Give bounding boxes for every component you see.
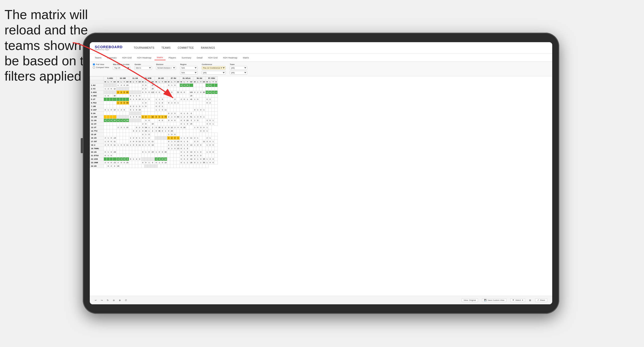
undo-button[interactable]: ↩ (95, 299, 97, 302)
region-select2[interactable]: N/A (180, 71, 198, 75)
region-label: Region (180, 63, 198, 66)
subnav-h2h-grid2[interactable]: H2H Grid (206, 55, 220, 60)
row-au: 1. AU (90, 84, 104, 87)
table-row: 6. FSU 14035 10 110 0101 02 (90, 101, 218, 105)
nav-committee[interactable]: COMMITTEE (174, 45, 198, 50)
watch-icon: 👁 (512, 299, 514, 301)
redo-button[interactable]: ↪ (101, 299, 103, 302)
save-custom-button[interactable]: 💾 Save Custom View (482, 298, 506, 302)
col-uu: 54. UU (193, 77, 206, 80)
max-teams-filter: Max teams in view Top 25 Top 10 Top 50 (113, 63, 130, 70)
sub-nav: Teams Summary H2H Grid H2H Heatmap Matri… (90, 54, 552, 62)
gender-select[interactable]: Men's Women's (134, 66, 152, 70)
table-row: 17. GIT 10011 10011 01011 01013 010 2011… (90, 140, 218, 143)
col-asu: 3. ASU (104, 77, 117, 80)
team-filter: Team (All) (All) (230, 63, 247, 75)
table-row: 15. UF 010 100 (90, 133, 218, 136)
table-row: 16. UO 210-14 1201 010 1201 11011 21 21 (90, 136, 218, 140)
subnav-players[interactable]: Players (166, 55, 179, 60)
table-row: 1. AU 12023 2027 010 010 10 (90, 84, 218, 87)
matrix-wrapper: 3. ASU 10. UW 11. UA 22. UCB 24. UO 27. … (90, 76, 552, 296)
col-subheader-empty (90, 80, 104, 84)
region-select[interactable]: N/A East West (180, 66, 198, 70)
bottom-toolbar: ↩ ↪ ↻ ⊖ ⊕ ⏱ View: Original 💾 Save Custom… (90, 296, 552, 304)
subnav-summary2[interactable]: Summary (179, 55, 194, 60)
logo-area: SCOREBOARD Powered by clippd (95, 45, 123, 50)
conference-filter: Conference Pac-12 Conference ▾ (All) (202, 63, 226, 75)
share-button[interactable]: ↗ Share (535, 298, 547, 302)
tablet-screen: SCOREBOARD Powered by clippd TOURNAMENTS… (90, 42, 552, 304)
table-row: 14. TTU 021030 12038 01029 301 (90, 129, 218, 133)
watch-label: Watch (515, 299, 521, 301)
table-row: 2. VU 12012 2025 (90, 87, 218, 91)
nav-tournaments[interactable]: TOURNAMENTS (130, 45, 158, 50)
refresh-button[interactable]: ↻ (107, 299, 109, 302)
table-row: 22. UCB 1303 0140 14012 03044 01035 140 (90, 157, 218, 161)
gender-label: Gender (134, 63, 152, 66)
table-row: 3. ASU 04080 050120 2048 6052 60160 0208… (90, 91, 218, 94)
table-row: 21. ETSU 010 01014 010 (90, 154, 218, 157)
team-select[interactable]: (All) (230, 66, 247, 70)
table-row: 10. UW 13011 3032 04173 21060 12051 1451 (90, 115, 218, 119)
conference-select2[interactable]: (All) (202, 71, 226, 75)
team-select2[interactable]: (All) (230, 71, 247, 75)
subnav-teams[interactable]: Teams (92, 55, 104, 60)
zoom-out-button[interactable]: ⊖ (113, 299, 115, 302)
view-toggle: Full View Compact View (93, 63, 109, 69)
view-original-label: View: Original (464, 299, 476, 301)
table-row: 7. UM 0210 10 021 (90, 105, 218, 108)
table-row: 12. UV 2015 01015 301 (90, 122, 218, 126)
region-filter: Region N/A East West N/A (180, 63, 198, 75)
table-row: 19. TAMU 01013 010 (90, 147, 218, 150)
table-row: 18. U 20011 10011 10011 01013 10013 0101… (90, 143, 218, 147)
save-icon: 💾 (484, 299, 487, 301)
division-select[interactable]: NCAA Division I NCAA Division II (156, 66, 176, 70)
table-row: 24. UO 02029 (90, 164, 218, 168)
logo-title: SCOREBOARD (95, 45, 123, 49)
table-row: 20. UG 010-34 01023 10040 01013 010 100 (90, 150, 218, 154)
division-filter: Division NCAA Division I NCAA Division I… (156, 63, 176, 70)
conference-label: Conference (202, 63, 226, 66)
watch-button[interactable]: 👁 Watch▾ (510, 298, 525, 302)
nav-rankings[interactable]: RANKINGS (197, 45, 218, 50)
view-original-button[interactable]: View: Original (462, 298, 478, 302)
col-ucb: 22. UCB (141, 77, 154, 80)
subnav-h2h-grid[interactable]: H2H Grid (120, 55, 134, 60)
gender-filter: Gender Men's Women's (134, 63, 152, 70)
col-uw: 10. UW (117, 77, 129, 80)
col-osu: 57. OSU (206, 77, 218, 80)
tablet-frame: SCOREBOARD Powered by clippd TOURNAMENTS… (83, 33, 559, 314)
conference-select[interactable]: Pac-12 Conference ▾ (202, 66, 226, 70)
table-row: 13. UT 22122 02038 12026 22012 20018 10 … (90, 126, 218, 129)
filter-bar: Full View Compact View Max teams in view… (90, 62, 552, 76)
empty-header (90, 77, 104, 80)
subnav-detail[interactable]: Detail (194, 55, 205, 60)
division-label: Division (156, 63, 176, 66)
nav-items: TOURNAMENTS TEAMS COMMITTEE RANKINGS (130, 45, 218, 50)
matrix-table: 3. ASU 10. UW 11. UA 22. UCB 24. UO 27. … (90, 76, 218, 168)
tablet-side-button (81, 138, 83, 153)
nav-teams[interactable]: TEAMS (158, 45, 174, 50)
zoom-in-button[interactable]: ⊕ (119, 299, 121, 302)
max-teams-label: Max teams in view (113, 63, 130, 66)
compact-view-option[interactable]: Compact View (93, 66, 109, 69)
timer-button[interactable]: ⏱ (125, 299, 127, 302)
col-ucla: 31. UCLA (180, 77, 193, 80)
matrix-area[interactable]: 3. ASU 10. UW 11. UA 22. UCB 24. UO 27. … (90, 76, 552, 168)
subnav-matrix[interactable]: Matrix (154, 55, 166, 60)
table-row: 8. UAF 01014 120 01015 11011 0101 (90, 108, 218, 112)
layout-button[interactable]: ⊞ (529, 299, 531, 302)
subnav-h2h-heatmap[interactable]: H2H Heatmap (135, 55, 154, 60)
max-teams-select[interactable]: Top 25 Top 10 Top 50 (113, 66, 130, 70)
nav-bar: SCOREBOARD Powered by clippd TOURNAMENTS… (90, 42, 552, 54)
team-label: Team (230, 63, 247, 66)
subnav-summary[interactable]: Summary (105, 55, 119, 60)
save-custom-label: Save Custom View (488, 299, 504, 301)
table-row: 5. UT 01022 010 110 2 20140 10 02 (90, 98, 218, 101)
full-view-option[interactable]: Full View (93, 63, 109, 66)
subnav-matrix2[interactable]: Matrix (240, 55, 252, 60)
table-row: 4. UNC 1036 0110 29 (90, 94, 218, 98)
share-label: Share (540, 299, 545, 301)
subnav-h2h-heatmap2[interactable]: H2H Heatmap (220, 55, 240, 60)
col-ua: 11. UA (129, 77, 141, 80)
